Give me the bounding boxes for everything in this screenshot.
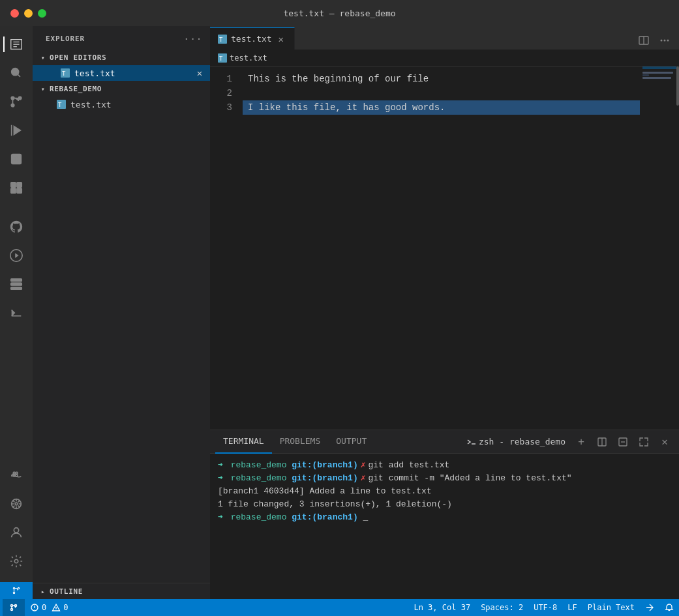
term-branch-5: (branch1)	[312, 511, 357, 524]
svg-rect-15	[16, 472, 18, 474]
close-panel-button[interactable]: ✕	[656, 433, 674, 451]
activity-bar	[0, 26, 33, 599]
line-number-1: 1	[215, 72, 232, 86]
section-rebase-demo[interactable]: ▾ Rebase_Demo	[33, 81, 210, 96]
svg-text:T: T	[219, 37, 223, 43]
language-mode-status[interactable]: Plain Text	[582, 599, 640, 616]
warnings-count: 0	[63, 603, 68, 612]
term-git-1: git:	[292, 459, 312, 472]
close-button[interactable]	[10, 9, 19, 18]
outline-label: Outline	[50, 587, 83, 596]
terminal-line-2: ➜ rebase_demo git: (branch1) ✗ git commi…	[218, 472, 671, 485]
svg-point-34	[667, 40, 669, 42]
more-editor-actions-button[interactable]	[656, 31, 674, 50]
svg-text:T: T	[62, 70, 66, 77]
term-dir-1: rebase_demo	[226, 459, 292, 472]
svg-point-5	[14, 157, 18, 161]
sidebar-item-search[interactable]	[3, 60, 29, 86]
minimap-scrollbar[interactable]	[676, 66, 679, 106]
term-x-2: ✗	[361, 472, 366, 485]
tab-problems[interactable]: PROBLEMS	[272, 430, 329, 454]
term-cmd-1: git add test.txt	[369, 459, 450, 472]
sidebar-item-database[interactable]	[3, 271, 29, 297]
maximize-button[interactable]	[38, 9, 46, 18]
terminal-line-5: ➜ rebase_demo git: (branch1) _	[218, 511, 671, 524]
status-bar-right: Ln 3, Col 37 Spaces: 2 UTF-8 LF Plain Te…	[408, 599, 679, 616]
cursor-position-status[interactable]: Ln 3, Col 37	[408, 599, 475, 616]
new-terminal-button[interactable]: +	[572, 433, 590, 451]
chevron-outline: ▸	[38, 586, 48, 596]
svg-point-24	[13, 592, 14, 593]
sidebar-item-kubernetes[interactable]	[3, 491, 29, 517]
svg-point-23	[18, 587, 19, 589]
sidebar-item-terminal[interactable]	[3, 300, 29, 326]
code-line-2	[243, 86, 640, 100]
svg-point-3	[11, 104, 14, 107]
minimap	[640, 66, 679, 430]
open-editor-test-txt[interactable]: T test.txt ✕	[33, 65, 210, 81]
terminal-split-button[interactable]	[593, 433, 611, 451]
tab-output[interactable]: OUTPUT	[328, 430, 374, 454]
sidebar-title: Explorer	[46, 35, 85, 43]
sidebar-item-run[interactable]	[3, 117, 29, 143]
kill-terminal-button[interactable]	[614, 433, 632, 451]
status-bar-left: 0 0	[0, 599, 73, 616]
close-open-editor-button[interactable]: ✕	[194, 68, 205, 78]
sidebar-item-settings[interactable]	[3, 548, 29, 574]
terminal-line-1: ➜ rebase_demo git: (branch1) ✗ git add t…	[218, 459, 671, 472]
svg-rect-7	[17, 183, 22, 187]
split-editor-button[interactable]	[635, 31, 653, 50]
line-ending-status[interactable]: LF	[562, 599, 582, 616]
tab-terminal[interactable]: TERMINAL	[215, 430, 272, 454]
tab-actions	[629, 31, 679, 50]
code-editor[interactable]: This is the beginning of our file I like…	[243, 66, 640, 430]
sidebar-item-source-control[interactable]	[3, 89, 29, 115]
encoding-status[interactable]: UTF-8	[528, 599, 562, 616]
svg-rect-17	[16, 475, 18, 477]
sidebar-item-play[interactable]	[3, 242, 29, 269]
section-open-editors[interactable]: ▾ Open Editors	[33, 50, 210, 65]
terminal-tab-bar: TERMINAL PROBLEMS OUTPUT zsh - rebase_de…	[210, 430, 679, 454]
tab-test-txt[interactable]: T test.txt ✕	[210, 27, 295, 50]
tab-close-button[interactable]: ✕	[276, 34, 286, 44]
section-rebase-demo-label: Rebase_Demo	[50, 85, 102, 93]
code-line-3: I like this file, it has good words.	[243, 100, 640, 115]
svg-point-19	[15, 503, 18, 505]
notification-button[interactable]	[659, 599, 679, 616]
errors-count: 0	[42, 603, 46, 612]
sidebar-item-remote-explorer[interactable]	[3, 146, 29, 172]
term-git-5: git:	[292, 511, 312, 524]
sidebar-item-account[interactable]	[3, 520, 29, 546]
term-cursor: _	[358, 511, 369, 524]
sidebar-more-button[interactable]: ···	[183, 33, 202, 45]
sidebar-header: Explorer ···	[33, 26, 210, 50]
window-title: test.txt — rebase_demo	[283, 8, 395, 18]
breadcrumb-text: test.txt	[230, 53, 267, 63]
minimap-line-3	[642, 77, 671, 79]
branch-status-item[interactable]	[0, 582, 33, 599]
outline-header: ▸ Outline	[38, 586, 205, 596]
svg-rect-12	[11, 283, 22, 286]
errors-status[interactable]: 0 0	[25, 599, 73, 616]
editor-content[interactable]: 1 2 3 This is the beginning of our file …	[210, 66, 679, 430]
sidebar-item-docker[interactable]	[3, 462, 29, 488]
terminal-content[interactable]: ➜ rebase_demo git: (branch1) ✗ git add t…	[210, 454, 679, 599]
terminal-actions: zsh - rebase_demo +	[463, 433, 674, 451]
sidebar-item-extensions[interactable]	[3, 175, 29, 201]
sidebar-item-explorer[interactable]	[3, 31, 29, 57]
remote-button[interactable]	[640, 599, 659, 616]
main-layout: Explorer ··· ▾ Open Editors T test.txt ✕…	[0, 26, 679, 599]
svg-rect-13	[11, 287, 22, 290]
branch-status[interactable]	[3, 599, 25, 616]
section-outline[interactable]: ▸ Outline	[33, 583, 210, 599]
line-number-2: 2	[215, 86, 232, 100]
editor-area: T test.txt ✕	[210, 26, 679, 599]
svg-rect-14	[13, 472, 15, 474]
maximize-panel-button[interactable]	[635, 433, 653, 451]
minimize-button[interactable]	[24, 9, 33, 18]
svg-text:T: T	[58, 102, 62, 108]
sidebar-item-github[interactable]	[3, 214, 29, 240]
indentation-status[interactable]: Spaces: 2	[475, 599, 528, 616]
svg-point-20	[14, 528, 18, 533]
file-test-txt[interactable]: T test.txt	[33, 96, 210, 112]
